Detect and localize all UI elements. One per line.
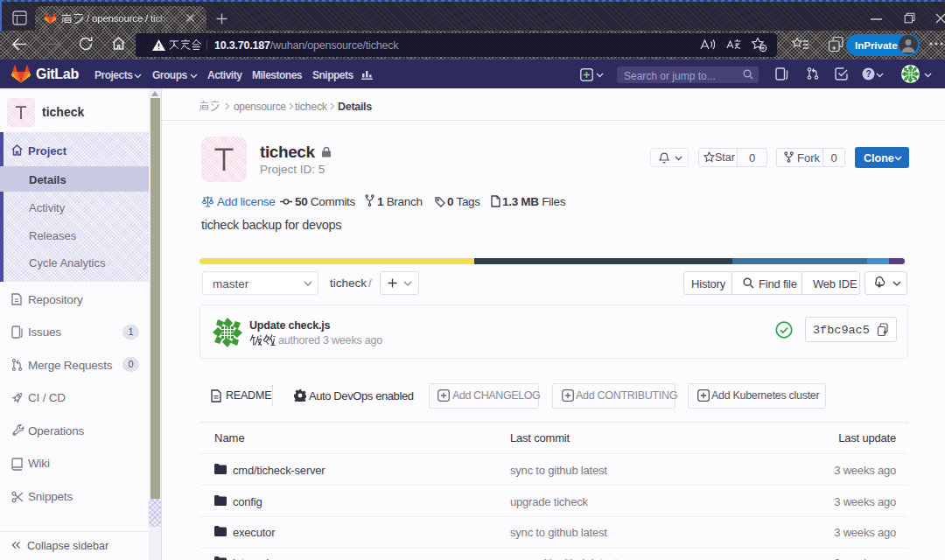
svg-text:?: ? (865, 69, 871, 79)
